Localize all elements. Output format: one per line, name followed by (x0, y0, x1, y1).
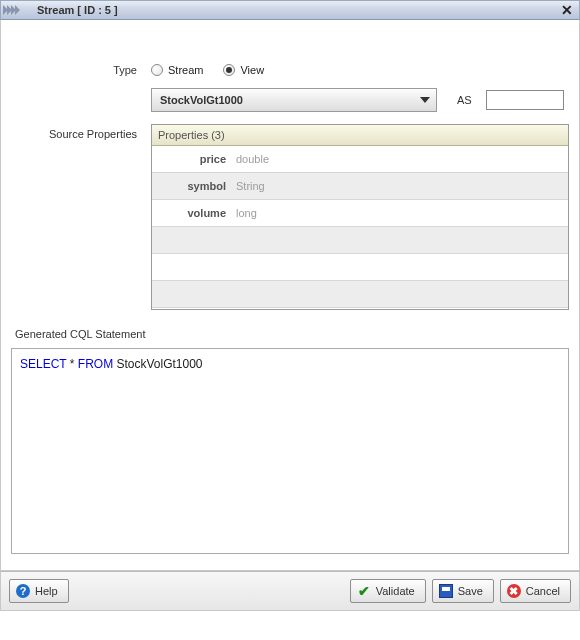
property-row-empty (152, 281, 568, 308)
save-button-label: Save (458, 585, 483, 597)
source-select[interactable]: StockVolGt1000 (151, 88, 437, 112)
type-row: Type Stream View (11, 64, 569, 76)
cql-keyword: SELECT (20, 357, 66, 371)
save-icon (439, 584, 453, 598)
validate-button-label: Validate (376, 585, 415, 597)
property-name: price (180, 153, 226, 165)
cancel-icon: ✖ (507, 584, 521, 598)
window-title: Stream [ ID : 5 ] (37, 4, 118, 16)
property-type: long (236, 207, 257, 219)
save-button[interactable]: Save (432, 579, 494, 603)
validate-button[interactable]: ✔ Validate (350, 579, 426, 603)
help-button[interactable]: ? Help (9, 579, 69, 603)
property-name: volume (180, 207, 226, 219)
help-button-label: Help (35, 585, 58, 597)
check-icon: ✔ (357, 584, 371, 598)
properties-table: Properties (3) price double symbol Strin… (151, 124, 569, 310)
cancel-button-label: Cancel (526, 585, 560, 597)
titlebar: Stream [ ID : 5 ] ✕ (0, 0, 580, 20)
property-row-empty (152, 227, 568, 254)
property-name: symbol (180, 180, 226, 192)
source-properties-label: Source Properties (11, 124, 151, 140)
close-button[interactable]: ✕ (559, 2, 575, 18)
properties-body: price double symbol String volume long (152, 146, 568, 309)
as-input[interactable] (486, 90, 564, 110)
select-row: StockVolGt1000 AS (11, 88, 569, 112)
cql-statement-box[interactable]: SELECT * FROM StockVolGt1000 (11, 348, 569, 554)
stream-icon (3, 3, 31, 17)
as-label: AS (457, 94, 472, 106)
property-type: double (236, 153, 269, 165)
properties-header: Properties (3) (152, 125, 568, 146)
property-row-empty (152, 254, 568, 281)
footer: ? Help ✔ Validate Save ✖ Cancel (0, 571, 580, 611)
help-icon: ? (16, 584, 30, 598)
source-properties-row: Source Properties Properties (3) price d… (11, 124, 569, 310)
cql-text: StockVolGt1000 (113, 357, 202, 371)
radio-stream-label: Stream (168, 64, 203, 76)
radio-view[interactable]: View (223, 64, 264, 76)
source-select-value: StockVolGt1000 (160, 94, 243, 106)
radio-view-label: View (240, 64, 264, 76)
property-row: symbol String (152, 173, 568, 200)
content-area: Type Stream View StockVolGt1000 AS Sourc… (0, 20, 580, 571)
type-label: Type (11, 64, 151, 76)
cql-keyword: FROM (78, 357, 113, 371)
cql-text: * (66, 357, 77, 371)
property-row: price double (152, 146, 568, 173)
property-row: volume long (152, 200, 568, 227)
property-type: String (236, 180, 265, 192)
radio-stream[interactable]: Stream (151, 64, 203, 76)
cancel-button[interactable]: ✖ Cancel (500, 579, 571, 603)
chevron-down-icon (420, 97, 430, 103)
generated-cql-label: Generated CQL Statement (15, 328, 569, 340)
